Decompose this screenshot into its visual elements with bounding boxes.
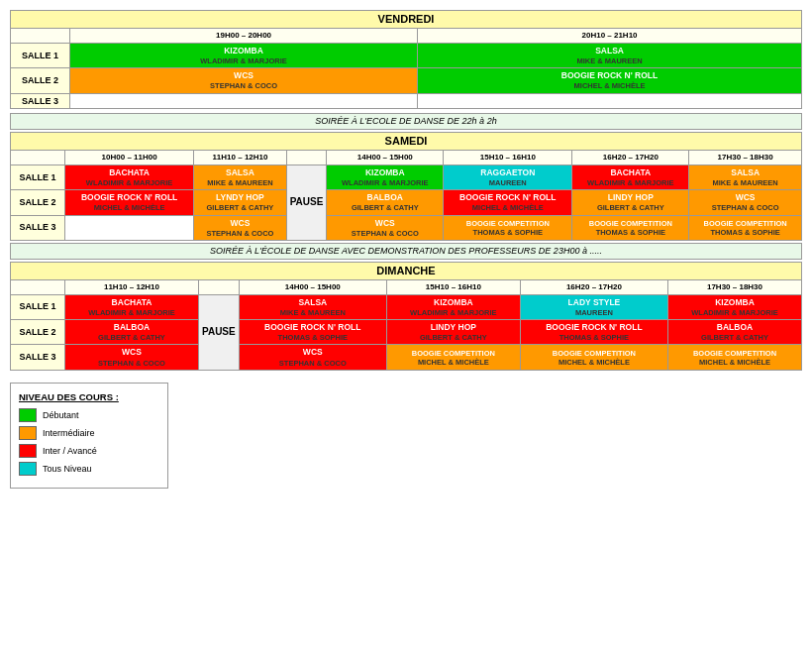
s-s1-t5: BACHATAWLADIMIR & MARJORIE [572,165,689,189]
s-s1-t2: SALSAMIKE & MAUREEN [194,165,286,189]
s-s2-t5: LINDY HOPGILBERT & CATHY [572,190,689,215]
samedi-pause-h [286,151,327,165]
s-s3-t4: BOOGIE COMPETITIONTHOMAS & SOPHIE [444,215,572,240]
samedi-t1: 10H00 – 11H00 [65,151,194,165]
legend-color-tous [19,462,37,476]
samedi-t5: 16H20 – 17H20 [572,151,689,165]
s-s2-t6: WCSSTEPHAN & COCO [689,190,802,215]
samedi-header: SAMEDI [11,133,802,151]
d-s2-t3: LINDY HOPGILBERT & CATHY [386,319,520,344]
s-s3-t1-empty [65,215,194,240]
s-s2-t3: BALBOAGILBERT & CATHY [327,190,444,215]
s-s1-t6: SALSAMIKE & MAUREEN [689,165,802,189]
legend-color-inter-avance [19,444,37,458]
samedi-t2: 11H10 – 12H10 [194,151,286,165]
s-s3-t3: WCSSTEPHAN & COCO [327,215,444,240]
legend-label-debutant: Débutant [43,410,79,420]
legend-item-inter-avance: Inter / Avancé [19,444,159,458]
dimanche-header: DIMANCHE [11,262,802,279]
d-s1-t5: KIZOMBAWLADIMIR & MARJORIE [668,294,802,319]
salle2-label-v: SALLE 2 [11,68,70,93]
s-s2-t1: BOOGIE ROCK N' ROLLMICHEL & MICHÈLE [65,190,194,215]
soiree1-table: SOIRÉE À L'ECOLE DE DANSE DE 22h à 2h [10,113,802,130]
legend-label-tous: Tous Niveau [43,464,92,474]
v-s1-t1-course: KIZOMBAWLADIMIR & MARJORIE [70,43,418,67]
s-s3-t6: BOOGIE COMPETITIONTHOMAS & SOPHIE [689,215,802,240]
d-s3-t1: WCSSTEPHAN & COCO [65,345,199,370]
d-s3-t2: WCSSTEPHAN & COCO [239,345,386,370]
dimanche-t3: 15H10 – 16H10 [386,280,520,295]
samedi-empty [11,151,65,165]
salle3-label-v: SALLE 3 [11,93,70,109]
salle2-label-s: SALLE 2 [11,190,65,215]
salle3-label-s: SALLE 3 [11,215,65,240]
legend-label-intermediaire: Intermédiaire [43,428,95,438]
dimanche-t2: 14H00 – 15H00 [239,280,386,295]
salle1-label-s: SALLE 1 [11,165,65,189]
d-s3-t5: BOOGIE COMPETITIONMICHEL & MICHÈLE [668,345,802,370]
d-s1-t1: BACHATAWLADIMIR & MARJORIE [65,294,199,319]
dimanche-t5: 17H30 – 18H30 [668,280,802,295]
legend-label-inter-avance: Inter / Avancé [43,446,97,456]
vendredi-empty-header [11,29,70,44]
samedi-table: SAMEDI 10H00 – 11H00 11H10 – 12H10 14H00… [10,132,802,241]
legend-item-debutant: Débutant [19,408,159,422]
vendredi-table: VENDREDI 19H00 – 20H00 20H10 – 21H10 SAL… [10,10,802,109]
vendredi-time1: 19H00 – 20H00 [70,29,418,44]
legend-color-intermediaire [19,426,37,440]
legend-title: NIVEAU DES COURS : [19,391,159,402]
s-s2-t2: LYNDY HOPGILBERT & CATHY [194,190,286,215]
samedi-t6: 17H30 – 18H30 [689,151,802,165]
v-s2-t1-course: WCSSTEPHAN & COCO [70,68,418,93]
pause-dimanche: PAUSE [198,294,239,370]
salle2-label-d: SALLE 2 [11,319,65,344]
soiree2-text: SOIRÉE À L'ÉCOLE DE DANSE AVEC DEMONSTRA… [11,244,802,260]
vendredi-time2: 20H10 – 21H10 [418,29,802,44]
dimanche-table: DIMANCHE 11H10 – 12H10 14H00 – 15H00 15H… [10,262,802,371]
dimanche-t4: 16H20 – 17H20 [520,280,667,295]
salle3-label-d: SALLE 3 [11,345,65,370]
samedi-t4: 15H10 – 16H10 [444,151,572,165]
d-s1-t4: LADY STYLEMAUREEN [520,294,667,319]
s-s3-t5: BOOGIE COMPETITIONTHOMAS & SOPHIE [572,215,689,240]
s-s3-t2: WCSSTEPHAN & COCO [194,215,286,240]
d-s3-t3: BOOGIE COMPETITIONMICHEL & MICHÈLE [386,345,520,370]
s-s1-t1: BACHATAWLADIMIR & MARJORIE [65,165,194,189]
s-s2-t4: BOOGIE ROCK N' ROLLMICHEL & MICHÈLE [444,190,572,215]
vendredi-header: VENDREDI [11,11,802,29]
d-s1-t2: SALSAMIKE & MAUREEN [239,294,386,319]
pause-samedi: PAUSE [286,165,327,240]
dimanche-pause-h [198,280,239,295]
d-s2-t4: BOOGIE ROCK N' ROLLTHOMAS & SOPHIE [520,319,667,344]
d-s3-t4: BOOGIE COMPETITIONMICHEL & MICHÈLE [520,345,667,370]
d-s1-t3: KIZOMBAWLADIMIR & MARJORIE [386,294,520,319]
s-s1-t4: RAGGAETONMAUREEN [444,165,572,189]
v-s2-t2-course: BOOGIE ROCK N' ROLLMICHEL & MICHÈLE [418,68,802,93]
dimanche-t1: 11H10 – 12H10 [65,280,199,295]
v-s3-t1-empty [70,93,418,109]
legend: NIVEAU DES COURS : Débutant Intermédiair… [10,383,168,489]
soiree2-table: SOIRÉE À L'ÉCOLE DE DANSE AVEC DEMONSTRA… [10,243,802,260]
legend-item-tous: Tous Niveau [19,462,159,476]
legend-color-debutant [19,408,37,422]
d-s2-t2: BOOGIE ROCK N' ROLLTHOMAS & SOPHIE [239,319,386,344]
dimanche-empty [11,280,65,295]
v-s1-t2-course: SALSAMIKE & MAUREEN [418,43,802,67]
d-s2-t5: BALBOAGILBERT & CATHY [668,319,802,344]
soiree1-text: SOIRÉE À L'ECOLE DE DANSE DE 22h à 2h [11,114,802,130]
salle1-label-v: SALLE 1 [11,43,70,67]
salle1-label-d: SALLE 1 [11,294,65,319]
v-s3-t2-empty [418,93,802,109]
samedi-t3: 14H00 – 15H00 [327,151,444,165]
legend-item-intermediaire: Intermédiaire [19,426,159,440]
s-s1-t3: KIZOMBAWLADIMIR & MARJORIE [327,165,444,189]
d-s2-t1: BALBOAGILBERT & CATHY [65,319,199,344]
